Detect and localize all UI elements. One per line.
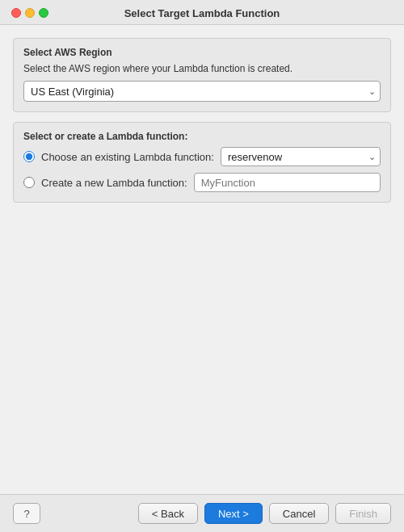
footer: ? < Back Next > Cancel Finish — [0, 494, 404, 532]
traffic-lights — [11, 8, 48, 18]
footer-buttons: < Back Next > Cancel Finish — [138, 503, 391, 524]
lambda-section-title: Select or create a Lambda function: — [23, 131, 381, 142]
finish-button[interactable]: Finish — [335, 503, 391, 524]
content-spacer — [13, 212, 391, 481]
close-button[interactable] — [11, 8, 21, 18]
existing-lambda-radio[interactable] — [23, 151, 35, 162]
help-button[interactable]: ? — [13, 503, 40, 524]
maximize-button[interactable] — [39, 8, 48, 18]
window-title: Select Target Lambda Function — [124, 7, 280, 19]
existing-lambda-row: Choose an existing Lambda function: rese… — [23, 147, 381, 166]
lambda-radio-group: Choose an existing Lambda function: rese… — [23, 147, 381, 192]
aws-region-description: Select the AWS region where your Lambda … — [23, 63, 381, 74]
title-bar: Select Target Lambda Function — [0, 0, 404, 25]
cancel-button[interactable]: Cancel — [269, 503, 329, 524]
new-lambda-radio[interactable] — [23, 177, 35, 188]
existing-lambda-dropdown-wrapper: reservenow myFunction1 myFunction2 ⌄ — [221, 147, 381, 166]
existing-lambda-dropdown[interactable]: reservenow myFunction1 myFunction2 — [221, 147, 381, 166]
main-content: Select AWS Region Select the AWS region … — [0, 25, 404, 494]
new-lambda-label: Create a new Lambda function: — [41, 177, 187, 189]
region-dropdown[interactable]: US East (Virginia) US West (Oregon) EU (… — [23, 81, 381, 102]
aws-region-section-title: Select AWS Region — [23, 47, 381, 58]
region-dropdown-wrapper: US East (Virginia) US West (Oregon) EU (… — [23, 81, 381, 102]
lambda-function-section: Select or create a Lambda function: Choo… — [13, 122, 391, 203]
footer-left: ? — [13, 503, 40, 524]
next-button[interactable]: Next > — [204, 503, 263, 524]
back-button[interactable]: < Back — [138, 503, 198, 524]
existing-lambda-label: Choose an existing Lambda function: — [41, 151, 214, 163]
minimize-button[interactable] — [25, 8, 35, 18]
new-lambda-name-input[interactable] — [194, 173, 381, 192]
new-lambda-row: Create a new Lambda function: — [23, 173, 381, 192]
aws-region-section: Select AWS Region Select the AWS region … — [13, 38, 391, 112]
